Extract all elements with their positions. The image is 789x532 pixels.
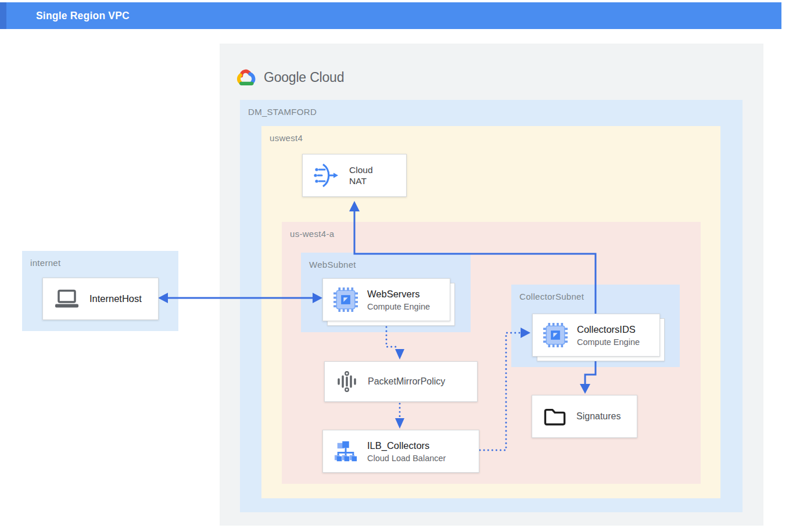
folder-icon (543, 406, 567, 427)
node-packet-mirror-policy-title: PacketMirrorPolicy (368, 376, 445, 387)
node-cloud-nat: Cloud NAT (302, 154, 407, 197)
node-signatures-title: Signatures (576, 411, 621, 422)
diagram-canvas: Single Region VPC Google Cloud DM_STAMFO… (0, 0, 789, 532)
node-ilb-collectors-subtitle: Cloud Load Balancer (367, 454, 446, 463)
node-web-servers-subtitle: Compute Engine (367, 302, 430, 311)
laptop-icon (53, 289, 80, 309)
node-web-servers: WebServers Compute Engine (322, 278, 450, 321)
node-collectors-ids-subtitle: Compute Engine (577, 337, 640, 347)
node-ilb-collectors: ILB_Collectors Cloud Load Balancer (322, 430, 479, 473)
edge-internethost-webservers (158, 293, 322, 303)
packet-mirroring-icon (335, 370, 358, 393)
compute-engine-icon (543, 323, 568, 347)
load-balancer-icon (333, 440, 358, 463)
cloud-nat-icon (313, 163, 340, 188)
node-ilb-collectors-title: ILB_Collectors (367, 440, 446, 451)
node-cloud-nat-title: Cloud NAT (349, 164, 383, 186)
compute-engine-icon (333, 287, 358, 312)
node-signatures: Signatures (532, 395, 637, 438)
node-collectors-ids-title: CollectorsIDS (577, 324, 640, 335)
edge-webservers-packetmirror (386, 327, 404, 360)
node-internet-host: InternetHost (42, 278, 159, 320)
edge-ilb-collectorsids (480, 328, 530, 450)
edge-packetmirror-ilb (395, 404, 404, 429)
node-packet-mirror-policy: PacketMirrorPolicy (324, 361, 478, 402)
node-web-servers-title: WebServers (367, 289, 430, 300)
node-internet-host-title: InternetHost (89, 293, 142, 304)
node-collectors-ids: CollectorsIDS Compute Engine (532, 314, 660, 357)
